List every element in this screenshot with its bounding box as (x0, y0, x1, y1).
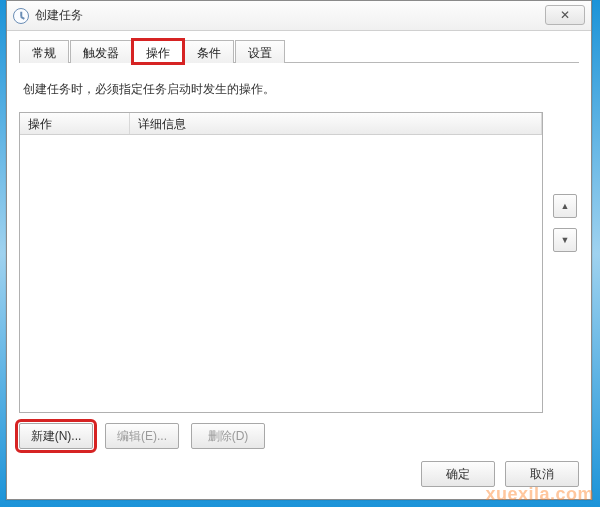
tab-general[interactable]: 常规 (19, 40, 69, 63)
column-action[interactable]: 操作 (20, 113, 130, 134)
tab-strip: 常规 触发器 操作 条件 设置 (19, 39, 579, 63)
dialog-window: 创建任务 ✕ 常规 触发器 操作 条件 设置 创建任务时，必须指定任务启动时发生… (6, 0, 592, 500)
delete-button[interactable]: 删除(D) (191, 423, 265, 449)
list-header: 操作 详细信息 (20, 113, 542, 135)
content-area: 常规 触发器 操作 条件 设置 创建任务时，必须指定任务启动时发生的操作。 操作… (7, 31, 591, 499)
cancel-button[interactable]: 取消 (505, 461, 579, 487)
move-up-button[interactable]: ▲ (553, 194, 577, 218)
new-button[interactable]: 新建(N)... (19, 423, 93, 449)
tab-settings[interactable]: 设置 (235, 40, 285, 63)
window-title: 创建任务 (35, 7, 83, 24)
reorder-buttons: ▲ ▼ (551, 112, 579, 413)
ok-button[interactable]: 确定 (421, 461, 495, 487)
chevron-down-icon: ▼ (561, 235, 570, 245)
list-area: 操作 详细信息 ▲ ▼ (19, 112, 579, 413)
close-button[interactable]: ✕ (545, 5, 585, 25)
titlebar[interactable]: 创建任务 ✕ (7, 1, 591, 31)
tab-conditions[interactable]: 条件 (184, 40, 234, 63)
tab-triggers[interactable]: 触发器 (70, 40, 132, 63)
clock-icon (13, 8, 29, 24)
edit-button[interactable]: 编辑(E)... (105, 423, 179, 449)
dialog-footer: 确定 取消 (19, 461, 579, 487)
move-down-button[interactable]: ▼ (553, 228, 577, 252)
action-buttons-row: 新建(N)... 编辑(E)... 删除(D) (19, 423, 579, 449)
actions-listview[interactable]: 操作 详细信息 (19, 112, 543, 413)
column-details[interactable]: 详细信息 (130, 113, 542, 134)
list-body[interactable] (20, 135, 542, 412)
chevron-up-icon: ▲ (561, 201, 570, 211)
tab-actions[interactable]: 操作 (133, 40, 183, 63)
help-text: 创建任务时，必须指定任务启动时发生的操作。 (23, 81, 579, 98)
close-icon: ✕ (560, 8, 570, 22)
